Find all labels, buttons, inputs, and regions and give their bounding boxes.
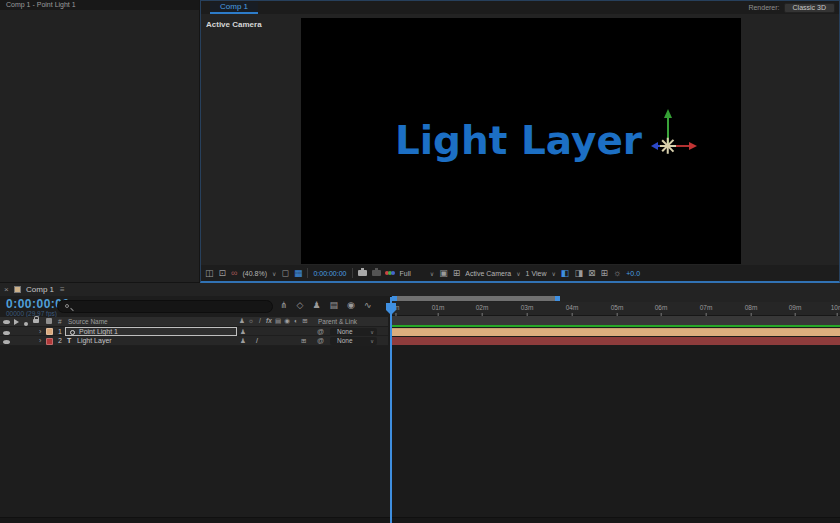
pick-whip-icon[interactable]: @ <box>317 337 324 344</box>
eye-icon[interactable] <box>3 340 10 344</box>
timeline-tabbar: × Comp 1 ≡ <box>0 283 840 296</box>
time-ruler[interactable]: 0m 01m 02m 03m 04m 05m 06m 07m 08m 09m 1… <box>391 302 840 316</box>
frame-blend-column-icon[interactable]: ▤ <box>275 317 281 325</box>
timeline-panel: × Comp 1 ≡ 0:00:00:00 00000 (29.97 fps) … <box>0 283 840 523</box>
layer-index: 1 <box>58 328 62 335</box>
label-swatch[interactable] <box>46 338 53 345</box>
magnification-dropdown[interactable]: (40.8%) <box>242 270 267 277</box>
x-axis-arrow-icon <box>689 142 697 150</box>
ruler-tick: 05m <box>611 304 624 311</box>
label-swatch[interactable] <box>46 328 53 335</box>
layer-row-point-light[interactable]: › 1 Point Light 1 ♟ @ None ∨ <box>0 327 388 337</box>
chevron-down-icon: ∨ <box>370 337 374 345</box>
pixel-aspect-icon[interactable]: ◨ <box>574 269 583 278</box>
solo-column-icon <box>24 322 28 326</box>
bottom-scrollbar-strip[interactable] <box>0 517 840 523</box>
layer-column-header: # Source Name ♟ ☼ / fx ▤ ◉ ◐ ⊞ Parent & … <box>0 317 388 326</box>
adjustment-column-icon[interactable]: ◐ <box>293 317 299 325</box>
playhead-line[interactable] <box>390 297 392 523</box>
label-column-icon <box>46 318 52 324</box>
ruler-tick: 01m <box>432 304 445 311</box>
adjust-exposure-gear-icon[interactable]: ☼ <box>613 269 621 278</box>
chevron-right-icon[interactable]: › <box>39 337 41 344</box>
close-icon[interactable]: × <box>4 285 9 294</box>
after-effects-window: Comp 1 - Point Light 1 Comp 1 Renderer: … <box>0 0 840 523</box>
quality-toggle-icon[interactable]: / <box>256 337 258 344</box>
panel-menu-icon[interactable]: ≡ <box>60 285 65 294</box>
quality-column-icon[interactable]: / <box>257 317 263 325</box>
resolution-dropdown[interactable]: Full <box>400 270 411 277</box>
search-box[interactable] <box>57 300 273 313</box>
layer-name[interactable]: Light Layer <box>77 337 112 344</box>
view-layout-dropdown[interactable]: 1 View <box>526 270 547 277</box>
renderer-button[interactable]: Classic 3D <box>784 3 835 13</box>
snapshot-icon[interactable] <box>358 270 367 276</box>
layer-bar-light-layer[interactable] <box>391 337 840 346</box>
tab-comp-1[interactable]: Comp 1 <box>210 2 258 14</box>
layer-name[interactable]: Point Light 1 <box>79 328 118 335</box>
rendered-text-layer: Light Layer <box>371 118 666 163</box>
ruler-tick: 09m <box>789 304 802 311</box>
share-view-icon[interactable]: ◧ <box>561 269 570 278</box>
parent-link-column-header[interactable]: Parent & Link <box>318 318 357 325</box>
timeline-tab-comp-1[interactable]: Comp 1 <box>26 285 54 294</box>
ruler-tick: 03m <box>521 304 534 311</box>
fx-column-icon[interactable]: fx <box>266 317 272 325</box>
draft-3d-icon[interactable]: ◇ <box>297 301 304 310</box>
composition-tabbar: Comp 1 Renderer: Classic 3D <box>201 1 839 14</box>
layer-row-light-layer[interactable]: › 2 T Light Layer ♟ / ⊞ @ None ∨ <box>0 336 388 346</box>
channels-icon[interactable] <box>386 271 395 275</box>
graph-editor-icon[interactable]: ∿ <box>364 301 372 310</box>
parent-dropdown[interactable]: None ∨ <box>330 337 377 345</box>
stereo-3d-view-icon[interactable]: ∞ <box>231 269 237 278</box>
work-area-bar[interactable] <box>392 296 560 301</box>
exposure-reset-icon[interactable]: ⊠ <box>588 269 596 278</box>
composition-canvas[interactable]: Light Layer <box>301 18 741 264</box>
y-axis-arrow-icon <box>664 109 672 118</box>
pick-whip-icon[interactable]: @ <box>317 328 324 335</box>
ruler-tick: 08m <box>745 304 758 311</box>
motion-blur-column-icon[interactable]: ◉ <box>284 317 290 325</box>
work-area-end-handle[interactable] <box>555 296 560 301</box>
timeline-button-icon[interactable]: ⊞ <box>600 269 608 278</box>
light-axis-widget[interactable] <box>641 108 701 178</box>
always-preview-icon[interactable]: ◫ <box>205 269 214 278</box>
eye-icon[interactable] <box>3 331 10 335</box>
hide-shy-layers-icon[interactable]: ♟ <box>312 301 320 310</box>
3d-layer-toggle-icon[interactable]: ⊞ <box>301 337 306 345</box>
chevron-down-icon: ∨ <box>516 270 520 277</box>
parent-dropdown[interactable]: None ∨ <box>330 328 377 336</box>
timeline-track-area[interactable]: 0m 01m 02m 03m 04m 05m 06m 07m 08m 09m 1… <box>390 296 840 523</box>
chevron-right-icon[interactable]: › <box>39 328 41 335</box>
renderer-label: Renderer: <box>748 4 779 11</box>
motion-blur-icon[interactable]: ◉ <box>347 301 355 310</box>
work-area-start-handle[interactable] <box>392 296 397 301</box>
3d-view-dropdown[interactable]: Active Camera <box>465 270 511 277</box>
layer-name-box[interactable]: Point Light 1 <box>65 327 237 336</box>
left-panel: Comp 1 - Point Light 1 <box>0 0 200 283</box>
active-view-label: Active Camera <box>206 20 262 29</box>
transparency-grid-icon[interactable]: ▦ <box>294 269 303 278</box>
shy-toggle-icon[interactable]: ♟ <box>240 328 246 336</box>
shy-toggle-icon[interactable]: ♟ <box>240 337 246 345</box>
timeline-toggles: ⋔ ◇ ♟ ▤ ◉ ∿ <box>280 301 388 310</box>
shy-column-icon[interactable]: ♟ <box>239 317 245 325</box>
playhead-handle[interactable] <box>386 303 396 310</box>
region-of-interest-icon[interactable]: ◻ <box>281 269 288 278</box>
toggle-mask-path-icon[interactable]: ⊞ <box>453 269 461 278</box>
layer-index: 2 <box>58 337 62 344</box>
mini-flowchart-icon[interactable]: ⋔ <box>280 301 288 310</box>
exposure-value[interactable]: +0.0 <box>626 270 640 277</box>
3d-column-icon[interactable]: ⊞ <box>302 317 308 325</box>
primary-viewer-icon[interactable]: ⊡ <box>219 269 227 278</box>
frame-blending-icon[interactable]: ▤ <box>330 301 339 310</box>
layer-bar-point-light[interactable] <box>391 328 840 337</box>
preview-timecode[interactable]: 0:00:00:00 <box>313 270 346 277</box>
show-snapshot-icon[interactable] <box>372 270 381 276</box>
source-name-column-header[interactable]: Source Name <box>68 318 108 325</box>
search-input[interactable] <box>76 302 266 312</box>
collapse-column-icon[interactable]: ☼ <box>248 317 254 325</box>
chevron-down-icon: ∨ <box>551 270 555 277</box>
video-column-icon <box>3 320 10 324</box>
fast-previews-icon[interactable]: ▣ <box>439 269 448 278</box>
